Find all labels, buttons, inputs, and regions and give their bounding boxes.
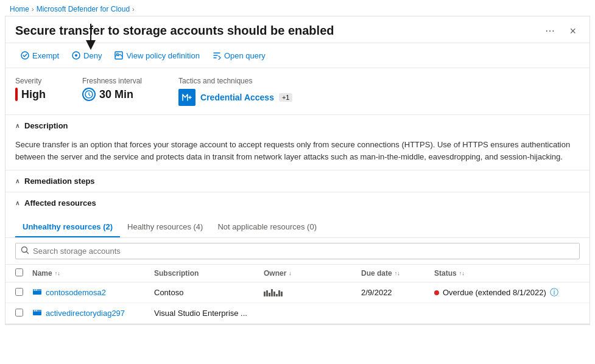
info-icon[interactable]: ⓘ xyxy=(550,287,558,298)
affected-chevron: ∧ xyxy=(15,200,19,206)
exempt-icon xyxy=(20,51,30,60)
tactics-block: Tactics and techniques Credential Access… xyxy=(178,77,292,106)
severity-value: High xyxy=(15,88,46,101)
tactics-label: Tactics and techniques xyxy=(178,77,292,85)
row1-status: Overdue (extended 8/1/2022) ⓘ xyxy=(434,287,580,298)
row1-checkbox[interactable] xyxy=(15,288,23,296)
search-icon xyxy=(21,246,29,256)
sort-due-icon[interactable]: ↑↓ xyxy=(395,270,400,276)
open-query-label: Open query xyxy=(224,51,266,60)
deny-label: Deny xyxy=(83,51,102,60)
tab-healthy[interactable]: Healthy resources (4) xyxy=(120,219,210,237)
search-input[interactable] xyxy=(33,247,574,256)
view-policy-label: View policy definition xyxy=(126,51,199,60)
search-row xyxy=(5,238,590,265)
remediation-header[interactable]: ∧ Remediation steps xyxy=(5,170,590,192)
main-panel: Secure transfer to storage accounts shou… xyxy=(5,16,590,325)
row2-name[interactable]: activedirectorydiag297 xyxy=(32,307,154,319)
info-row: Severity High Freshness interval 30 Min xyxy=(5,68,590,115)
breadcrumb-defender[interactable]: Microsoft Defender for Cloud xyxy=(37,5,130,13)
open-query-button[interactable]: Open query xyxy=(207,48,270,63)
storage-icon-1 xyxy=(32,287,42,298)
freshness-block: Freshness interval 30 Min xyxy=(82,77,142,101)
description-section: ∧ Description Secure transfer is an opti… xyxy=(5,115,590,170)
clock-icon xyxy=(82,88,96,101)
storage-icon-2 xyxy=(32,307,42,319)
row2-checkbox[interactable] xyxy=(15,309,23,317)
table-header: Name ↑↓ Subscription Owner ↓ Due date ↑↓… xyxy=(5,265,590,282)
freshness-label: Freshness interval xyxy=(82,77,142,85)
affected-section: ∧ Affected resources Unhealthy resources… xyxy=(5,192,590,324)
page-title: Secure transfer to storage accounts shou… xyxy=(15,24,541,38)
row1-due-date: 2/9/2022 xyxy=(361,288,434,297)
deny-button-container: Deny xyxy=(66,48,107,63)
close-button[interactable]: × xyxy=(566,24,580,38)
toolbar: Exempt Deny xyxy=(5,43,590,68)
tactics-badge: +1 xyxy=(279,93,293,102)
table-row: contosodemosa2 Contoso xyxy=(5,282,590,303)
deny-button[interactable]: Deny xyxy=(66,48,107,63)
affected-title: Affected resources xyxy=(24,198,96,208)
search-box xyxy=(15,243,580,259)
svg-point-2 xyxy=(75,54,77,57)
table-row: activedirectorydiag297 Visual Studio Ent… xyxy=(5,303,590,324)
row1-owner xyxy=(264,289,361,296)
sort-name-icon[interactable]: ↑↓ xyxy=(55,270,60,276)
exempt-label: Exempt xyxy=(32,51,59,60)
tab-unhealthy[interactable]: Unhealthy resources (2) xyxy=(15,219,120,237)
sort-status-icon[interactable]: ↑↓ xyxy=(459,270,465,276)
remediation-chevron: ∧ xyxy=(15,178,19,184)
description-content: Secure transfer is an option that forces… xyxy=(5,136,590,170)
description-title: Description xyxy=(24,121,68,130)
remediation-title: Remediation steps xyxy=(24,177,95,186)
row1-subscription: Contoso xyxy=(154,288,264,297)
severity-label: Severity xyxy=(15,77,46,85)
breadcrumb: Home › Microsoft Defender for Cloud › xyxy=(0,0,595,16)
select-all-checkbox[interactable] xyxy=(15,268,23,276)
th-status: Status ↑↓ xyxy=(434,269,580,278)
breadcrumb-home[interactable]: Home xyxy=(10,5,29,13)
row2-subscription: Visual Studio Enterprise ... xyxy=(154,309,264,318)
tabs-row: Unhealthy resources (2) Healthy resource… xyxy=(5,214,590,238)
owner-redacted xyxy=(264,289,283,296)
panel-header: Secure transfer to storage accounts shou… xyxy=(5,16,590,43)
severity-block: Severity High xyxy=(15,77,46,101)
remediation-section: ∧ Remediation steps xyxy=(5,170,590,192)
th-name: Name ↑↓ xyxy=(32,269,154,278)
view-policy-icon xyxy=(114,51,124,60)
th-owner: Owner ↓ xyxy=(264,269,361,278)
row1-checkbox-cell xyxy=(15,288,32,298)
affected-header[interactable]: ∧ Affected resources xyxy=(5,192,590,214)
tactics-value: Credential Access +1 xyxy=(178,89,292,106)
row1-name[interactable]: contosodemosa2 xyxy=(32,287,154,298)
th-checkbox xyxy=(15,268,32,278)
tab-not-applicable[interactable]: Not applicable resources (0) xyxy=(210,219,324,237)
sort-owner-icon[interactable]: ↓ xyxy=(289,270,292,276)
description-header[interactable]: ∧ Description xyxy=(5,115,590,136)
header-actions: ⋯ × xyxy=(541,24,580,38)
open-query-icon xyxy=(212,51,222,60)
deny-icon xyxy=(71,51,81,60)
tactics-link[interactable]: Credential Access xyxy=(200,93,274,102)
row2-checkbox-cell xyxy=(15,309,32,318)
exempt-button[interactable]: Exempt xyxy=(15,48,64,63)
more-options-button[interactable]: ⋯ xyxy=(541,24,558,38)
status-dot-red xyxy=(434,290,439,295)
severity-bar xyxy=(15,88,18,101)
th-subscription: Subscription xyxy=(154,269,264,278)
table-container: Name ↑↓ Subscription Owner ↓ Due date ↑↓… xyxy=(5,265,590,324)
description-chevron: ∧ xyxy=(15,122,19,129)
th-due-date: Due date ↑↓ xyxy=(361,269,434,278)
freshness-value: 30 Min xyxy=(82,88,142,101)
view-policy-button[interactable]: View policy definition xyxy=(109,48,204,63)
mitre-icon xyxy=(178,89,195,106)
